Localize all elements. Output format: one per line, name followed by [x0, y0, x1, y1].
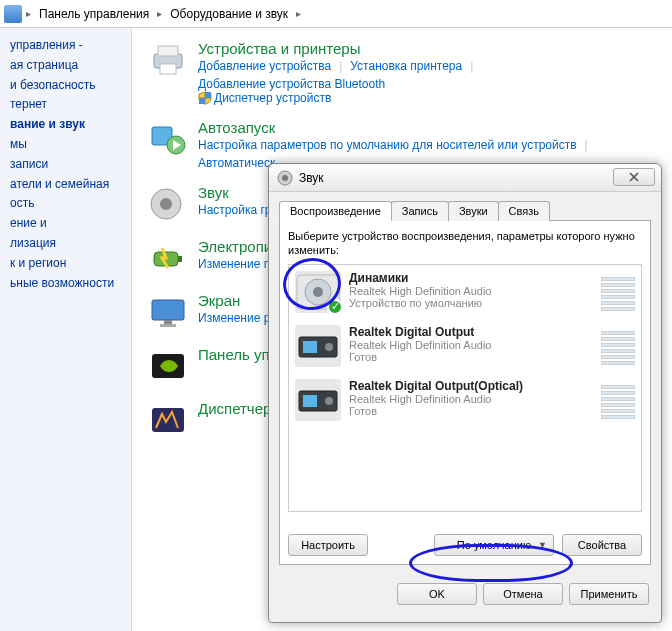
level-meter	[601, 379, 635, 419]
sidebar-item-7[interactable]: атели и семейная	[10, 176, 121, 193]
section-link[interactable]: Добавление устройства	[198, 59, 331, 73]
chevron-down-icon: ▼	[538, 540, 547, 550]
configure-button[interactable]: Настроить	[288, 534, 368, 556]
sidebar-item-6[interactable]: записи	[10, 156, 121, 173]
link-separator: |	[339, 59, 342, 73]
sidebar-item-11[interactable]: к и регион	[10, 255, 121, 272]
tab-strip: ВоспроизведениеЗаписьЗвукиСвязь	[279, 200, 651, 221]
svg-point-27	[325, 397, 333, 405]
svg-point-24	[325, 343, 333, 351]
sidebar: управления -ая страницаи безопасностьтер…	[0, 28, 132, 631]
sound-icon	[146, 184, 190, 224]
digital-output-icon	[295, 379, 341, 421]
close-button[interactable]	[613, 168, 655, 186]
chevron-right-icon[interactable]: ▸	[155, 8, 164, 19]
sidebar-item-12[interactable]: ьные возможности	[10, 275, 121, 292]
device-item[interactable]: Realtek Digital OutputRealtek High Defin…	[289, 319, 641, 373]
device-driver: Realtek High Definition Audio	[349, 285, 601, 297]
tab-1[interactable]: Запись	[391, 201, 449, 221]
svg-rect-23	[303, 341, 317, 353]
ok-button[interactable]: OK	[397, 583, 477, 605]
tab-0[interactable]: Воспроизведение	[279, 201, 392, 221]
device-status: Готов	[349, 351, 601, 363]
section-links: Диспетчер устройств	[198, 91, 660, 105]
svg-rect-3	[205, 92, 211, 98]
svg-point-18	[282, 175, 288, 181]
set-default-button[interactable]: По умолчанию ▼	[434, 534, 554, 556]
section-link[interactable]: Установка принтера	[350, 59, 462, 73]
device-name: Realtek Digital Output(Optical)	[349, 379, 601, 393]
link-separator: |	[470, 59, 473, 73]
shield-icon	[198, 91, 212, 105]
device-driver: Realtek High Definition Audio	[349, 339, 601, 351]
dialog-footer: OK Отмена Применить	[269, 575, 661, 615]
svg-rect-12	[152, 300, 184, 320]
control-panel-icon	[4, 5, 22, 23]
breadcrumb-bar: ▸ Панель управления ▸ Оборудование и зву…	[0, 0, 672, 28]
digital-output-icon	[295, 325, 341, 367]
autoplay-icon	[146, 119, 190, 159]
section-links: Добавление устройства|Установка принтера…	[198, 59, 660, 91]
apply-button[interactable]: Применить	[569, 583, 649, 605]
sidebar-item-10[interactable]: лизация	[10, 235, 121, 252]
sound-icon	[277, 170, 293, 186]
dialog-body: ВоспроизведениеЗаписьЗвукиСвязь Выберите…	[269, 192, 661, 575]
svg-rect-2	[160, 64, 176, 74]
level-meter	[601, 271, 635, 311]
set-default-label: По умолчанию	[457, 539, 531, 551]
svg-point-9	[160, 198, 172, 210]
device-status: Устройство по умолчанию	[349, 297, 601, 309]
svg-rect-1	[158, 46, 178, 56]
tab-panel-playback: Выберите устройство воспроизведения, пар…	[279, 221, 651, 565]
device-driver: Realtek High Definition Audio	[349, 393, 601, 405]
device-name: Realtek Digital Output	[349, 325, 601, 339]
display-icon	[146, 292, 190, 332]
section-title[interactable]: Устройства и принтеры	[198, 40, 660, 57]
realtek-icon	[146, 400, 190, 440]
sidebar-item-5[interactable]: мы	[10, 136, 121, 153]
level-meter	[601, 325, 635, 365]
sidebar-item-3[interactable]: тернет	[10, 96, 121, 113]
dialog-titlebar[interactable]: Звук	[269, 164, 661, 192]
svg-rect-11	[178, 256, 182, 262]
instruction-text: Выберите устройство воспроизведения, пар…	[288, 229, 642, 258]
sidebar-item-2[interactable]: и безопасность	[10, 77, 121, 94]
device-name: Динамики	[349, 271, 601, 285]
breadcrumb-item-hardware-sound[interactable]: Оборудование и звук	[164, 5, 294, 23]
section-link[interactable]: Настройка параметров по умолчанию для но…	[198, 138, 577, 152]
svg-rect-14	[160, 324, 176, 327]
sidebar-item-9[interactable]: ение и	[10, 215, 121, 232]
section-link[interactable]: Автоматическ	[198, 156, 275, 170]
device-status: Готов	[349, 405, 601, 417]
power-icon	[146, 238, 190, 278]
sidebar-item-4[interactable]: вание и звук	[10, 116, 121, 133]
close-icon	[628, 172, 640, 182]
device-item[interactable]: Realtek Digital Output(Optical)Realtek H…	[289, 373, 641, 427]
device-item[interactable]: ✓ДинамикиRealtek High Definition AudioУс…	[289, 265, 641, 319]
tab-2[interactable]: Звуки	[448, 201, 499, 221]
section-link[interactable]: Настройка гро	[198, 203, 278, 217]
speaker-icon: ✓	[295, 271, 341, 313]
sidebar-item-1[interactable]: ая страница	[10, 57, 121, 74]
breadcrumb-label: Панель управления	[39, 7, 149, 21]
section-link[interactable]: Диспетчер устройств	[214, 91, 331, 105]
sidebar-item-8[interactable]: ость	[10, 195, 121, 212]
section-title[interactable]: Автозапуск	[198, 119, 660, 136]
sidebar-item-0[interactable]: управления -	[10, 37, 121, 54]
properties-button[interactable]: Свойства	[562, 534, 642, 556]
svg-rect-26	[303, 395, 317, 407]
chevron-right-icon[interactable]: ▸	[294, 8, 303, 19]
breadcrumb-label: Оборудование и звук	[170, 7, 288, 21]
panel-button-row: Настроить По умолчанию ▼ Свойства	[288, 534, 642, 556]
link-separator: |	[585, 138, 588, 152]
nvidia-icon	[146, 346, 190, 386]
svg-point-21	[313, 287, 323, 297]
breadcrumb-item-control-panel[interactable]: Панель управления	[33, 5, 155, 23]
section-link[interactable]: Добавление устройства Bluetooth	[198, 77, 385, 91]
cancel-button[interactable]: Отмена	[483, 583, 563, 605]
sound-dialog: Звук ВоспроизведениеЗаписьЗвукиСвязь Выб…	[268, 163, 662, 623]
section-printer: Устройства и принтерыДобавление устройст…	[146, 40, 660, 105]
device-list[interactable]: ✓ДинамикиRealtek High Definition AudioУс…	[288, 264, 642, 512]
tab-3[interactable]: Связь	[498, 201, 550, 221]
chevron-right-icon[interactable]: ▸	[24, 8, 33, 19]
